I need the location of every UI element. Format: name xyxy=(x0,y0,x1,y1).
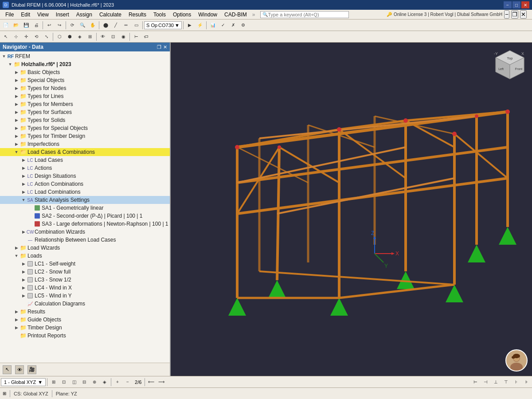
tb2-cursor[interactable]: ⊹ xyxy=(11,32,21,42)
menu-assign[interactable]: Assign xyxy=(73,11,96,19)
tb-undo[interactable]: ↩ xyxy=(44,20,54,30)
toggle-timber-design[interactable]: ▶ xyxy=(13,325,20,331)
bt-zoom-out[interactable]: − xyxy=(123,377,133,387)
tb2-render[interactable]: ◉ xyxy=(118,32,128,42)
toggle-actions[interactable]: ▶ xyxy=(20,165,27,171)
tb-rotate[interactable]: ⟳ xyxy=(67,20,77,30)
tree-lc2[interactable]: ▶ LC2 - Snow full xyxy=(0,268,170,276)
toggle-rfem[interactable]: ▼ xyxy=(1,53,7,59)
toggle-imperf[interactable]: ▶ xyxy=(13,141,20,147)
tb-x[interactable]: ✗ xyxy=(228,20,238,30)
toggle-lc3[interactable]: ▶ xyxy=(20,277,27,283)
close-button[interactable]: ✕ xyxy=(521,1,529,8)
tb-settings[interactable]: ⚙ xyxy=(239,20,248,30)
tree-guide-objects[interactable]: ▶ 📁 Guide Objects xyxy=(0,316,170,324)
tb2-view1[interactable]: ⬡ xyxy=(55,32,64,42)
bt-end6[interactable]: ⊧ xyxy=(521,377,531,387)
toggle-members[interactable]: ▶ xyxy=(13,101,20,107)
tree-special-objects[interactable]: ▶ 📁 Special Objects xyxy=(0,76,170,84)
tb-results[interactable]: 📊 xyxy=(208,20,218,30)
tb2-filter[interactable]: ⊡ xyxy=(108,32,118,42)
tree-design-sit[interactable]: ▶ LC Design Situations xyxy=(0,172,170,180)
toggle-design-sit[interactable]: ▶ xyxy=(20,173,27,179)
bt-end5[interactable]: ⊦ xyxy=(511,377,521,387)
tree-rfem-root[interactable]: ▼ RF RFEM xyxy=(0,52,170,60)
tree-basic-objects[interactable]: ▶ 📁 Basic Objects xyxy=(0,68,170,76)
bt-nav2[interactable]: ⟶ xyxy=(156,377,166,387)
toggle-lcc[interactable]: ▼ xyxy=(13,149,20,155)
tb-pan[interactable]: ✋ xyxy=(88,20,98,30)
toggle-lc2[interactable]: ▶ xyxy=(20,269,27,275)
toggle-lw[interactable]: ▶ xyxy=(13,245,20,251)
bt-icon5[interactable]: ⊕ xyxy=(90,377,99,387)
tb-line[interactable]: ╱ xyxy=(111,20,121,30)
bt-icon2[interactable]: ⊡ xyxy=(59,377,69,387)
tree-comb-wizards[interactable]: ▶ CW Combination Wizards xyxy=(0,228,170,236)
tb2-rotate2[interactable]: ⟲ xyxy=(31,32,41,42)
tree-static-analysis[interactable]: ▼ SA Static Analysis Settings xyxy=(0,196,170,204)
s-op-dropdown[interactable]: S Op CO730 ▼ xyxy=(144,21,182,29)
tb-new[interactable]: 📄 xyxy=(1,20,11,30)
nav-btn-select[interactable]: ↖ xyxy=(3,365,12,374)
toggle-load-comb[interactable]: ▶ xyxy=(20,189,27,195)
menu-edit[interactable]: Edit xyxy=(17,11,34,19)
toggle-action-comb[interactable]: ▶ xyxy=(20,181,27,187)
toggle-guide[interactable]: ▶ xyxy=(13,317,20,323)
tb2-view2[interactable]: ⬢ xyxy=(65,32,74,42)
tree-action-comb[interactable]: ▶ LC Action Combinations xyxy=(0,180,170,188)
menu-view[interactable]: View xyxy=(34,11,52,19)
tb2-view3[interactable]: ◈ xyxy=(75,32,85,42)
toggle-timber[interactable]: ▶ xyxy=(13,133,20,139)
tb2-hide[interactable]: 👁 xyxy=(98,32,108,42)
tree-timber-design[interactable]: ▶ 📁 Timber Design xyxy=(0,324,170,332)
toggle-comb-wiz[interactable]: ▶ xyxy=(20,229,27,235)
menu-results[interactable]: Results xyxy=(125,11,150,19)
bt-icon6[interactable]: ◈ xyxy=(100,377,110,387)
tree-lc4[interactable]: ▶ LC4 - Wind in X xyxy=(0,284,170,292)
panel-restore[interactable]: ❐ xyxy=(511,10,518,19)
tree-load-cases[interactable]: ▶ LC Load Cases xyxy=(0,156,170,164)
tree-sa1[interactable]: SA1 - Geometrically linear xyxy=(0,204,170,212)
tree-types-members[interactable]: ▶ 📁 Types for Members xyxy=(0,100,170,108)
menu-options[interactable]: Options xyxy=(169,11,195,19)
tb-surface[interactable]: ▭ xyxy=(131,20,141,30)
tb2-labels[interactable]: 🏷 xyxy=(141,32,151,42)
bt-icon4[interactable]: ⊟ xyxy=(79,377,89,387)
toggle-project[interactable]: ▼ xyxy=(7,61,13,67)
tree-loads[interactable]: ▼ 📁 Loads xyxy=(0,252,170,260)
tb-calc2[interactable]: ⚡ xyxy=(195,20,205,30)
bt-icon1[interactable]: ⊞ xyxy=(49,377,59,387)
toggle-loads[interactable]: ▼ xyxy=(13,253,20,259)
menu-cad-bim[interactable]: CAD-BIM xyxy=(221,11,250,19)
panel-minimize[interactable]: − xyxy=(504,10,509,19)
tree-types-special[interactable]: ▶ 📁 Types for Special Objects xyxy=(0,124,170,132)
tb2-select[interactable]: ↖ xyxy=(1,32,11,42)
toggle-special-types[interactable]: ▶ xyxy=(13,125,20,131)
nav-btn-eye[interactable]: 👁 xyxy=(15,365,24,374)
view-selector[interactable]: 1 - Global XYZ ▼ xyxy=(1,378,46,386)
tb-zoom[interactable]: 🔍 xyxy=(78,20,87,30)
view-cube[interactable]: Top Left Front -Y X xyxy=(492,47,528,82)
bt-end4[interactable]: ⊤ xyxy=(501,377,511,387)
tree-lc3[interactable]: ▶ LC3 - Snow 1/2 xyxy=(0,276,170,284)
tree-lc1[interactable]: ▶ LC1 - Self-weight xyxy=(0,260,170,268)
navigator-tree[interactable]: ▼ RF RFEM ▼ 📁 Holzhalle.rf6* | 2023 ▶ 📁 … xyxy=(0,51,170,363)
tb2-scale[interactable]: ⤡ xyxy=(42,32,51,42)
toggle-basic[interactable]: ▶ xyxy=(13,69,20,75)
tree-imperfections[interactable]: ▶ 📁 Imperfections xyxy=(0,140,170,148)
tree-types-nodes[interactable]: ▶ 📁 Types for Nodes xyxy=(0,84,170,92)
toggle-lc5[interactable]: ▶ xyxy=(20,293,27,299)
nav-close[interactable]: ✕ xyxy=(163,44,167,50)
tb-redo[interactable]: ↪ xyxy=(55,20,64,30)
maximize-button[interactable]: □ xyxy=(512,1,520,8)
toggle-solids[interactable]: ▶ xyxy=(13,117,20,123)
tree-calc-diagrams[interactable]: 📈 Calculation Diagrams xyxy=(0,300,170,308)
menu-window[interactable]: Window xyxy=(195,11,221,19)
tree-load-wizards[interactable]: ▶ 📁 Load Wizards xyxy=(0,244,170,252)
bt-end1[interactable]: ⊢ xyxy=(470,377,480,387)
tb-member[interactable]: ═ xyxy=(121,20,131,30)
tb-print[interactable]: 🖨 xyxy=(31,20,41,30)
toggle-lc[interactable]: ▶ xyxy=(20,157,27,163)
tree-relationship[interactable]: — Relationship Between Load Cases xyxy=(0,236,170,244)
tree-load-comb[interactable]: ▶ LC Load Combinations xyxy=(0,188,170,196)
